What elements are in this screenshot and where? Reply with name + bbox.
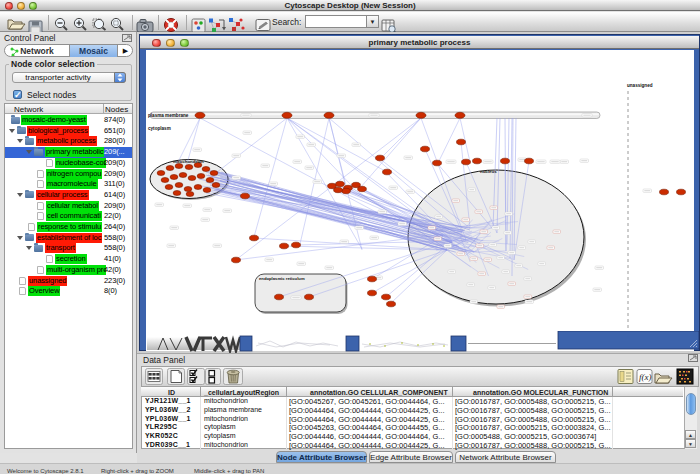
svg-text:unassigned: unassigned [627,83,653,88]
svg-text:f(x): f(x) [639,372,652,382]
svg-text:nucleus: nucleus [480,169,497,174]
svg-text:endoplasmic reticulum: endoplasmic reticulum [259,276,305,281]
svg-text:plasma membrane: plasma membrane [148,113,189,118]
svg-text:cytoplasm: cytoplasm [148,126,171,131]
svg-text:mitochondrion: mitochondrion [173,159,204,164]
